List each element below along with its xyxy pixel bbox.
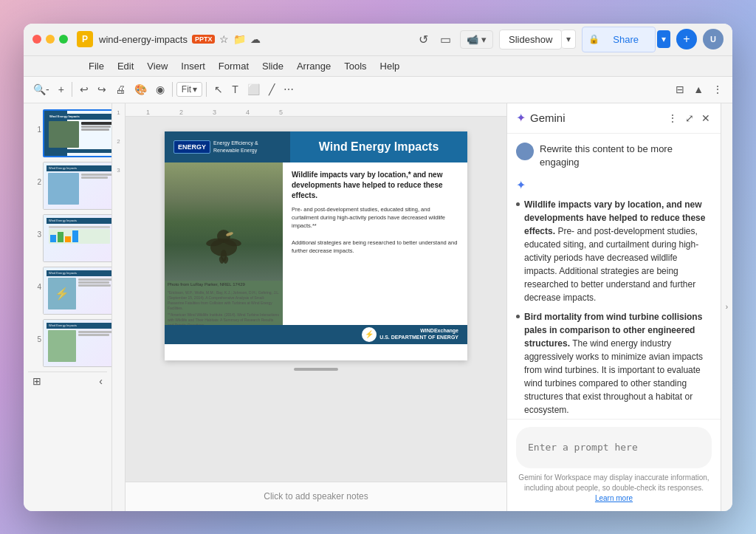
menu-arrange[interactable]: Arrange	[291, 59, 337, 73]
menu-file[interactable]: File	[83, 59, 110, 73]
toolbar-sep-1	[72, 82, 72, 97]
collapse-sidebar-button[interactable]: ‹	[99, 375, 103, 387]
line-button[interactable]: ╱	[265, 81, 278, 97]
slide-canvas[interactable]: ENERGY Energy Efficiency &Renewable Ener…	[165, 131, 467, 360]
fit-dropdown[interactable]: Fit ▾	[176, 82, 202, 97]
fit-chevron-icon: ▾	[193, 84, 197, 95]
footnote-2: **American Wind Wildlife Institute. (201…	[168, 312, 280, 324]
redo-button[interactable]: ↪	[94, 81, 110, 97]
traffic-lights	[32, 35, 68, 44]
slide-number-2: 2	[30, 178, 41, 186]
video-icon: 📹	[467, 34, 478, 45]
print-button[interactable]: 🖨	[111, 81, 129, 97]
slide-text-area: Wildlife impacts vary by location,* and …	[283, 162, 467, 325]
menu-tools[interactable]: Tools	[338, 59, 372, 73]
wind-logo-symbol: ⚡	[365, 330, 374, 338]
user-message: Rewrite this content to be more engaging	[516, 143, 712, 169]
toolbar-sep-3	[206, 82, 207, 97]
slide-thumbnail-5[interactable]: Wind Energy Impacts	[43, 319, 112, 367]
video-button[interactable]: 📹 ▾	[460, 30, 493, 49]
zoom-out-button[interactable]: 🔍-	[30, 81, 53, 97]
notes-area[interactable]: Click to add speaker notes	[126, 482, 506, 511]
slide-number-1: 1	[30, 126, 41, 134]
ruler-marks: 1 2 3 4 5	[131, 103, 283, 116]
energy-logo: ENERGY Energy Efficiency &Renewable Ener…	[173, 140, 258, 153]
shape-button[interactable]: ⬜	[244, 81, 264, 97]
share-button[interactable]: Share	[602, 30, 649, 49]
slide-thumbnail-4[interactable]: Wind Energy Impacts ⚡	[43, 267, 112, 315]
slide-header: ENERGY Energy Efficiency &Renewable Ener…	[165, 131, 467, 162]
fit-label: Fit	[182, 84, 191, 95]
collapse-panel-button[interactable]: ›	[721, 103, 732, 511]
avatar[interactable]: U	[703, 29, 724, 49]
energy-logo-box: ENERGY	[173, 140, 210, 154]
gemini-star-icon: ✦	[516, 111, 526, 125]
close-button[interactable]	[32, 35, 41, 44]
star-icon[interactable]: ☆	[219, 33, 229, 45]
gemini-expand-button[interactable]: ⤢	[684, 111, 695, 126]
file-title: wind-energy-impacts	[99, 34, 188, 45]
plus-button[interactable]: +	[676, 29, 697, 49]
disclaimer-text: Gemini for Workspace may display inaccur…	[516, 473, 712, 504]
ruler-h-5: 5	[279, 109, 283, 116]
app-window: P wind-energy-impacts PPTX ☆ 📁 ☁ ↺ ▭ 📹 ▾…	[24, 24, 732, 511]
gemini-response: ✦ Wildlife impacts vary by location, and…	[516, 178, 712, 419]
bird-svg	[198, 214, 250, 273]
slide-thumbnail-1[interactable]: Wind Energy Impacts	[43, 109, 112, 157]
ruler-mark-3: 3	[117, 167, 120, 174]
slideshow-button[interactable]: Slideshow	[499, 30, 562, 49]
menu-insert[interactable]: Insert	[175, 59, 211, 73]
canvas-scroll[interactable]: ENERGY Energy Efficiency &Renewable Ener…	[126, 117, 506, 482]
energy-logo-text: Energy Efficiency &Renewable Energy	[213, 140, 258, 153]
slide-footer: ⚡ WINDExchange U.S. DEPARTMENT OF ENERGY	[165, 325, 467, 344]
zoom-fit-button[interactable]: ◉	[152, 81, 168, 97]
gemini-response-icon: ✦	[516, 178, 712, 192]
cursor-button[interactable]: ↖	[210, 81, 227, 97]
minimize-button[interactable]	[46, 35, 55, 44]
gemini-title: Gemini	[530, 112, 666, 124]
grid-view-button[interactable]: ⊞	[32, 375, 41, 387]
user-avatar	[516, 143, 534, 160]
prompt-input[interactable]	[528, 442, 700, 453]
ruler-mark-1: 1	[117, 109, 120, 116]
slide-image-area: Photo from LuRay Parker, NREL 17429 *Eri…	[165, 162, 283, 325]
gemini-more-button[interactable]: ⋮	[666, 111, 679, 126]
present-view-button[interactable]: ▭	[437, 30, 454, 49]
text-button[interactable]: T	[228, 81, 242, 97]
history-button[interactable]: ↺	[416, 30, 431, 49]
menu-format[interactable]: Format	[213, 59, 255, 73]
prompt-input-wrapper[interactable]	[516, 427, 712, 468]
slide-thumbnail-3[interactable]: Wind Energy Impacts	[43, 214, 112, 262]
slide-main-text: Wildlife impacts vary by location,* and …	[292, 170, 458, 201]
title-bar: P wind-energy-impacts PPTX ☆ 📁 ☁ ↺ ▭ 📹 ▾…	[24, 24, 732, 56]
zoom-in-button[interactable]: +	[55, 81, 68, 97]
cloud-icon[interactable]: ☁	[250, 33, 261, 45]
ruler-h-3: 3	[213, 109, 216, 116]
learn-more-link[interactable]: Learn more	[595, 494, 633, 502]
bird-image	[165, 162, 283, 281]
folder-icon[interactable]: 📁	[233, 33, 246, 45]
share-dropdown-button[interactable]: ▾	[657, 30, 670, 48]
maximize-button[interactable]	[59, 35, 68, 44]
menu-view[interactable]: View	[141, 59, 173, 73]
slide-thumbnail-2[interactable]: Wind Energy Impacts	[43, 162, 112, 210]
menu-help[interactable]: Help	[374, 59, 406, 73]
gemini-header: ✦ Gemini ⋮ ⤢ ✕	[507, 103, 721, 134]
ruler-mark-2: 2	[117, 138, 120, 145]
response-bullet-2: Bird mortality from wind turbine collisi…	[516, 310, 712, 417]
paint-format-button[interactable]: 🎨	[131, 81, 151, 97]
slideshow-dropdown-button[interactable]: ▾	[562, 30, 576, 49]
response-rest-2: The wind energy industry aggressively wo…	[524, 338, 703, 415]
menu-slide[interactable]: Slide	[256, 59, 289, 73]
arrange-button[interactable]: ▲	[690, 81, 707, 97]
more-options-button[interactable]: ⋮	[709, 81, 726, 97]
bg-options-button[interactable]: ⊟	[672, 81, 688, 97]
file-type-badge: PPTX	[192, 35, 216, 44]
undo-button[interactable]: ↩	[76, 81, 92, 97]
slide-number-5: 5	[30, 335, 41, 343]
toolbar: 🔍- + ↩ ↪ 🖨 🎨 ◉ Fit ▾ ↖ T ⬜ ╱ ⋯ ⊟ ▲ ⋮	[24, 77, 732, 103]
menu-edit[interactable]: Edit	[111, 59, 140, 73]
gemini-close-button[interactable]: ✕	[700, 111, 712, 126]
response-text-2: Bird mortality from wind turbine collisi…	[524, 310, 712, 417]
more-shapes-button[interactable]: ⋯	[280, 81, 298, 97]
